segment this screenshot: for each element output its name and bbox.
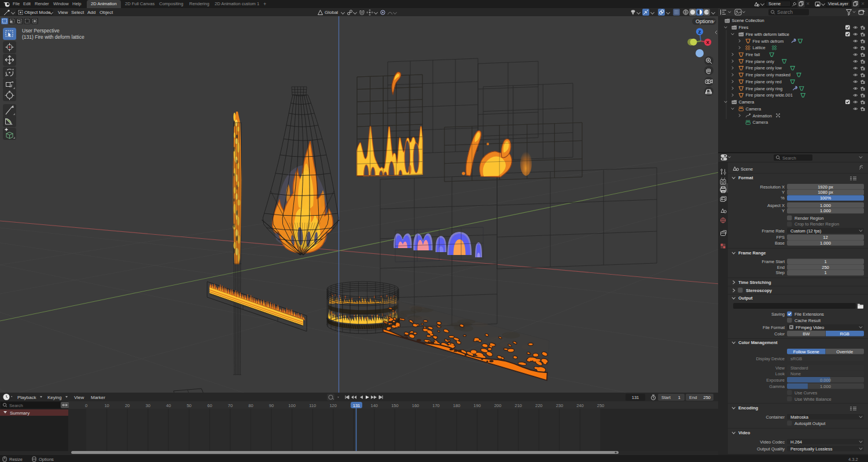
svg-text:Camera: Camera bbox=[746, 106, 762, 112]
svg-text:Scene: Scene bbox=[741, 167, 753, 172]
svg-text:File Format: File Format bbox=[763, 325, 785, 330]
svg-text:Start: Start bbox=[661, 395, 671, 400]
svg-text:90: 90 bbox=[269, 403, 274, 408]
svg-text:200: 200 bbox=[494, 403, 502, 408]
svg-text:Look: Look bbox=[775, 371, 785, 376]
svg-text:Fire with deform lattice: Fire with deform lattice bbox=[746, 32, 789, 37]
svg-text:Search: Search bbox=[782, 156, 796, 161]
svg-text:End: End bbox=[777, 265, 785, 270]
svg-text:Format: Format bbox=[738, 175, 753, 180]
svg-text:180: 180 bbox=[453, 403, 461, 408]
svg-text:80: 80 bbox=[248, 403, 253, 408]
svg-text:Animation: Animation bbox=[753, 113, 772, 119]
svg-text:20: 20 bbox=[125, 403, 130, 408]
svg-text:Search: Search bbox=[777, 9, 793, 15]
svg-text:Frame Start: Frame Start bbox=[762, 259, 785, 264]
svg-text:10: 10 bbox=[104, 403, 109, 408]
svg-text:Stereoscopy: Stereoscopy bbox=[746, 288, 773, 293]
svg-text:End: End bbox=[689, 395, 697, 400]
svg-text:Follow Scene: Follow Scene bbox=[793, 349, 819, 354]
svg-text:100: 100 bbox=[288, 403, 296, 408]
svg-text:Fire plane only masked: Fire plane only masked bbox=[746, 72, 791, 77]
svg-text:30: 30 bbox=[146, 403, 150, 408]
svg-text:%: % bbox=[781, 195, 785, 201]
svg-text:120: 120 bbox=[329, 403, 337, 408]
svg-text:Step: Step bbox=[776, 270, 785, 275]
svg-text:0.000: 0.000 bbox=[820, 378, 831, 383]
svg-text:1: 1 bbox=[824, 259, 826, 264]
svg-text:Override: Override bbox=[836, 349, 853, 354]
svg-text:190: 190 bbox=[473, 403, 481, 408]
svg-text:Matroska: Matroska bbox=[790, 415, 809, 420]
svg-text:110: 110 bbox=[309, 403, 316, 408]
svg-text:User Perspective: User Perspective bbox=[22, 28, 60, 34]
svg-text:RGB: RGB bbox=[840, 331, 849, 337]
svg-text:Use Curves: Use Curves bbox=[795, 390, 817, 396]
svg-text:Color Management: Color Management bbox=[738, 340, 778, 345]
svg-text:None: None bbox=[790, 371, 801, 376]
svg-text:(131) Fire with deform lattice: (131) Fire with deform lattice bbox=[22, 34, 84, 40]
svg-text:Fire plane only ring: Fire plane only ring bbox=[746, 86, 783, 91]
svg-text:Container: Container bbox=[766, 415, 785, 420]
svg-text:Fire plane only low: Fire plane only low bbox=[746, 65, 782, 71]
svg-text:H.264: H.264 bbox=[790, 439, 802, 445]
svg-text:Lattice: Lattice bbox=[753, 45, 766, 50]
svg-text:230: 230 bbox=[556, 403, 564, 408]
svg-text:View: View bbox=[74, 395, 84, 400]
svg-text:250: 250 bbox=[597, 403, 605, 408]
svg-text:Scene Collection: Scene Collection bbox=[732, 18, 764, 23]
svg-text:Base: Base bbox=[775, 241, 785, 246]
svg-text:1920 px: 1920 px bbox=[818, 184, 833, 190]
svg-text:View: View bbox=[775, 365, 785, 371]
svg-text:Fire fall: Fire fall bbox=[746, 52, 760, 57]
svg-text:1.000: 1.000 bbox=[820, 203, 831, 208]
svg-text:Encoding: Encoding bbox=[738, 405, 759, 411]
svg-text:210: 210 bbox=[515, 403, 523, 408]
svg-text:Fires: Fires bbox=[739, 25, 749, 30]
svg-text:12: 12 bbox=[823, 235, 827, 240]
svg-text:Aspect X: Aspect X bbox=[767, 203, 785, 208]
svg-text:Crop to Render Region: Crop to Render Region bbox=[795, 221, 839, 227]
svg-text:Output: Output bbox=[738, 295, 753, 301]
svg-text:250: 250 bbox=[703, 395, 711, 400]
svg-text:Y: Y bbox=[782, 190, 785, 195]
svg-text:100%: 100% bbox=[820, 195, 832, 201]
svg-text:Exposure: Exposure bbox=[766, 378, 785, 383]
svg-text:1080 px: 1080 px bbox=[818, 190, 833, 195]
svg-text:File Extensions: File Extensions bbox=[795, 312, 824, 317]
svg-text:Cache Result: Cache Result bbox=[795, 318, 821, 323]
svg-text:sRGB: sRGB bbox=[790, 356, 802, 361]
svg-text:Fire plane only red: Fire plane only red bbox=[746, 79, 782, 84]
svg-text:FFmpeg Video: FFmpeg Video bbox=[796, 325, 824, 330]
svg-text:250: 250 bbox=[822, 265, 829, 270]
svg-text:Saving: Saving bbox=[771, 312, 785, 317]
svg-text:Display Device: Display Device bbox=[756, 356, 785, 361]
svg-text:FPS: FPS bbox=[776, 235, 785, 240]
svg-text:1: 1 bbox=[824, 270, 826, 275]
svg-text:70: 70 bbox=[228, 403, 233, 408]
svg-text:Fire with defrom: Fire with defrom bbox=[753, 39, 784, 44]
svg-text:1.000: 1.000 bbox=[820, 208, 831, 213]
svg-text:Options: Options bbox=[696, 19, 714, 24]
svg-text:140: 140 bbox=[371, 403, 378, 408]
svg-text:40: 40 bbox=[166, 403, 171, 408]
svg-text:Fire plane only wide.001: Fire plane only wide.001 bbox=[746, 93, 793, 98]
svg-text:BW: BW bbox=[803, 331, 810, 337]
svg-text:Fire plane only: Fire plane only bbox=[746, 59, 774, 64]
svg-text:Perceptually Lossless: Perceptually Lossless bbox=[790, 446, 833, 452]
svg-text:Use White Balance: Use White Balance bbox=[795, 397, 832, 402]
svg-text:Gamma: Gamma bbox=[769, 384, 785, 389]
svg-text:50: 50 bbox=[187, 403, 192, 408]
svg-text:Time Stretching: Time Stretching bbox=[738, 280, 771, 285]
svg-text:150: 150 bbox=[391, 403, 399, 408]
svg-text:Frame Range: Frame Range bbox=[738, 250, 766, 256]
svg-text:X: X bbox=[706, 40, 709, 45]
svg-text:1: 1 bbox=[678, 395, 681, 400]
svg-text:Z: Z bbox=[698, 29, 701, 35]
svg-text:60: 60 bbox=[207, 403, 212, 408]
svg-text:Custom (12 fps): Custom (12 fps) bbox=[790, 228, 822, 234]
svg-text:Keying: Keying bbox=[47, 395, 61, 400]
svg-text:160: 160 bbox=[412, 403, 420, 408]
svg-text:1.000: 1.000 bbox=[820, 384, 831, 389]
svg-text:Output Quality: Output Quality bbox=[757, 446, 785, 452]
